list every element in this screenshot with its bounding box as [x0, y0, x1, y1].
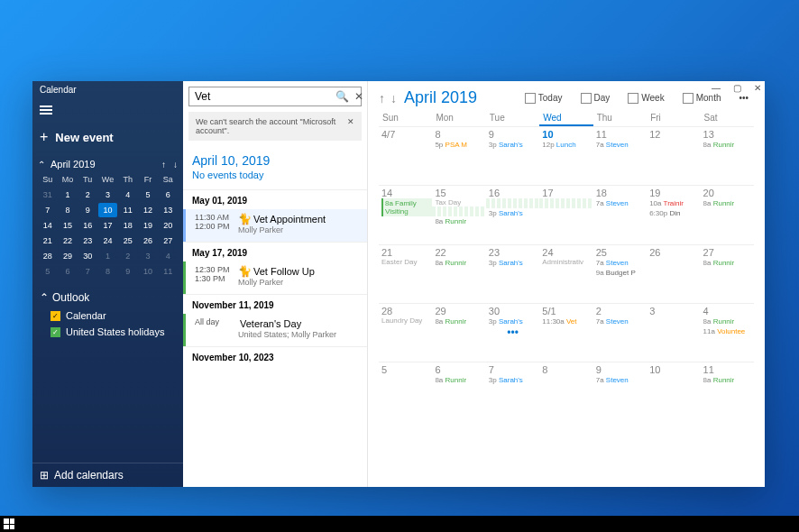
multi-day-event[interactable] [486, 198, 539, 208]
event-chip[interactable]: 11a Voluntee [703, 326, 751, 336]
event-chip[interactable]: 7a Steven [596, 140, 644, 150]
event-chip[interactable]: 8a Runnir [435, 258, 482, 268]
event-chip[interactable]: 8a Runnir [703, 258, 751, 268]
close-button[interactable]: ✕ [754, 83, 761, 93]
event-chip[interactable]: 8a Runnir [435, 316, 482, 326]
day-cell[interactable]: 118a Runnir [701, 362, 754, 420]
day-cell[interactable]: 303p Sarah's••• [486, 303, 539, 362]
day-cell[interactable]: 4/7 [379, 126, 432, 185]
event-chip[interactable]: 3p Sarah's [489, 208, 537, 218]
mini-cal-day[interactable]: 6 [159, 188, 178, 202]
mini-cal-day[interactable]: 25 [118, 234, 137, 248]
day-cell[interactable]: 28Laundry Day [379, 303, 432, 362]
mini-cal-month-label[interactable]: April 2019 [51, 159, 96, 170]
mini-cal-day[interactable]: 2 [118, 249, 137, 263]
mini-cal-day[interactable]: 15 [58, 218, 77, 233]
event-chip[interactable]: 9a Budget P [596, 268, 644, 278]
prev-month-button[interactable]: ↑ [379, 91, 385, 105]
multi-day-event[interactable] [539, 198, 592, 208]
day-cell[interactable]: 1012p Lunch [539, 126, 592, 185]
day-cell[interactable]: 27a Steven [593, 303, 647, 362]
add-calendars-button[interactable]: ⊞ Add calendars [32, 463, 183, 487]
mini-cal-day[interactable]: 2 [78, 188, 97, 202]
mini-cal-day[interactable]: 27 [159, 234, 178, 248]
mini-cal-day[interactable]: 23 [78, 234, 97, 248]
day-cell[interactable]: 16 3p Sarah's [486, 185, 539, 243]
mini-cal-day[interactable]: 16 [78, 218, 97, 233]
day-cell[interactable]: 85p PSA M [432, 126, 485, 185]
new-event-button[interactable]: + New event [32, 122, 183, 152]
day-cell[interactable]: 17 [539, 185, 592, 243]
event-chip[interactable]: 12p Lunch [542, 140, 590, 150]
event-chip[interactable]: 6:30p Din [649, 208, 697, 218]
mini-cal-day[interactable]: 1 [58, 188, 77, 202]
account-toggle[interactable]: ⌃ Outlook [40, 288, 176, 307]
day-cell[interactable]: 68a Runnir [432, 362, 485, 420]
day-cell[interactable]: 298a Runnir [432, 303, 485, 362]
multi-day-event[interactable]: 8a Family Visiting [381, 198, 432, 216]
event-chip[interactable]: 8a Runnir [703, 375, 751, 385]
mini-cal-day[interactable]: 11 [118, 203, 137, 217]
search-icon[interactable]: 🔍 [335, 90, 349, 103]
day-cell[interactable]: 73p Sarah's [486, 362, 539, 420]
event-chip[interactable]: 5p PSA M [435, 140, 482, 150]
mini-cal-collapse-icon[interactable]: ⌃ [38, 160, 45, 170]
mini-cal-day[interactable]: 7 [78, 264, 97, 279]
mini-cal-day[interactable]: 11 [159, 264, 178, 279]
mini-cal-day[interactable]: 31 [38, 188, 57, 202]
day-cell[interactable]: 278a Runnir [701, 244, 754, 303]
mini-cal-day[interactable]: 7 [38, 203, 57, 217]
search-result-item[interactable]: 11:30 AM12:00 PM🐈Vet AppointmentMolly Pa… [183, 209, 367, 242]
dismiss-error-button[interactable]: ✕ [347, 117, 354, 126]
day-cell[interactable]: 15Tax Day 8a Runnir [432, 185, 485, 243]
day-cell[interactable]: 26 [647, 244, 700, 303]
day-cell[interactable]: 24Administrativ [539, 244, 592, 303]
day-cell[interactable]: 3 [647, 303, 700, 362]
mini-cal-day[interactable]: 5 [138, 188, 157, 202]
event-chip[interactable]: 8a Runnir [435, 216, 482, 226]
next-month-button[interactable]: ↓ [390, 91, 397, 105]
day-cell[interactable]: 10 [647, 362, 700, 420]
start-button[interactable] [4, 518, 14, 529]
calendar-item[interactable]: ✓United States holidays [40, 324, 176, 340]
day-view-button[interactable]: Day [575, 90, 616, 106]
mini-cal-day[interactable]: 8 [98, 264, 117, 279]
event-chip[interactable]: 7a Steven [596, 198, 644, 208]
mini-cal-day[interactable]: 14 [38, 218, 57, 233]
hamburger-menu-button[interactable] [32, 98, 183, 122]
day-cell[interactable]: 48a Runnir11a Voluntee [701, 303, 754, 362]
mini-cal-day[interactable]: 30 [78, 249, 97, 263]
day-cell[interactable]: 148a Family Visiting [379, 185, 432, 243]
day-cell[interactable]: 97a Steven [593, 362, 647, 420]
mini-cal-day[interactable]: 17 [98, 218, 117, 233]
mini-cal-day[interactable]: 24 [98, 234, 117, 248]
mini-cal-day[interactable]: 8 [58, 203, 77, 217]
mini-cal-day[interactable]: 1 [98, 249, 117, 263]
event-chip[interactable]: 10a Trainir [649, 198, 697, 208]
checkbox-icon[interactable]: ✓ [51, 311, 60, 321]
mini-cal-day[interactable]: 4 [159, 249, 178, 263]
checkbox-icon[interactable]: ✓ [51, 327, 60, 337]
mini-cal-day[interactable]: 21 [38, 234, 57, 248]
maximize-button[interactable]: ▢ [733, 83, 741, 93]
day-cell[interactable]: 228a Runnir [432, 244, 485, 303]
event-chip[interactable]: 3p Sarah's [489, 258, 537, 268]
day-cell[interactable]: 12 [647, 126, 700, 185]
multi-day-event[interactable] [432, 206, 485, 216]
day-cell[interactable]: 138a Runnir [701, 126, 754, 185]
day-cell[interactable]: 208a Runnir [701, 185, 754, 243]
today-button[interactable]: Today [519, 90, 568, 106]
event-chip[interactable]: 8a Runnir [435, 375, 482, 385]
day-cell[interactable]: 233p Sarah's [486, 244, 539, 303]
event-chip[interactable]: 3p Sarah's [489, 375, 537, 385]
mini-cal-day[interactable]: 3 [138, 249, 157, 263]
mini-cal-day[interactable]: 10 [98, 203, 117, 217]
event-chip[interactable]: 11:30a Vet [542, 316, 590, 326]
day-cell[interactable]: 93p Sarah's [486, 126, 539, 185]
mini-cal-next-button[interactable]: ↓ [173, 160, 178, 170]
search-result-item[interactable]: All dayVeteran's DayUnited States; Molly… [183, 314, 367, 346]
minimize-button[interactable]: — [712, 83, 721, 93]
mini-cal-day[interactable]: 18 [118, 218, 137, 233]
day-cell[interactable]: 117a Steven [593, 126, 647, 185]
day-cell[interactable]: 5/111:30a Vet [539, 303, 592, 362]
